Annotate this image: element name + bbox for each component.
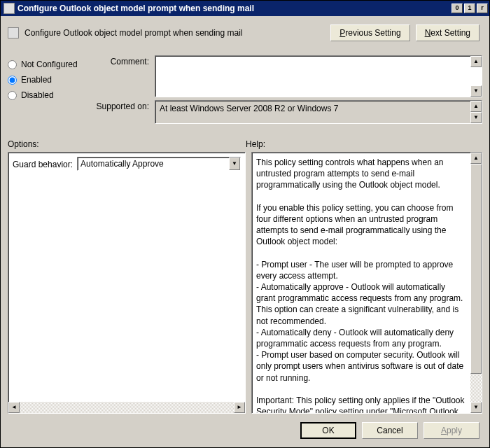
radio-disabled-label: Disabled: [21, 90, 54, 100]
radio-not-configured-label: Not Configured: [21, 59, 78, 69]
radio-enabled-input[interactable]: [8, 76, 17, 85]
help-heading: Help:: [246, 139, 265, 149]
scroll-down-icon[interactable]: ▼: [470, 112, 482, 123]
radio-disabled-input[interactable]: [8, 91, 17, 100]
guard-behavior-label: Guard behavior:: [13, 157, 73, 170]
radio-disabled[interactable]: Disabled: [8, 90, 88, 100]
scroll-thumb[interactable]: [470, 164, 482, 374]
radio-enabled[interactable]: Enabled: [8, 75, 88, 85]
scroll-down-icon[interactable]: ▼: [470, 402, 482, 413]
cancel-button[interactable]: Cancel: [362, 422, 418, 439]
apply-button[interactable]: Apply: [424, 422, 479, 439]
guard-behavior-dropdown[interactable]: Automatically Approve ▼: [77, 157, 241, 171]
scroll-up-icon[interactable]: ▲: [470, 56, 482, 67]
radio-not-configured-input[interactable]: [8, 60, 17, 69]
window-title: Configure Outlook object model prompt wh…: [18, 4, 450, 13]
options-hscrollbar[interactable]: ◄ ►: [8, 402, 245, 413]
help-text: This policy setting controls what happen…: [252, 153, 482, 413]
supported-value: At least Windows Server 2008 R2 or Windo…: [160, 104, 338, 113]
radio-enabled-label: Enabled: [21, 75, 52, 85]
help-vscrollbar[interactable]: ▲ ▼: [470, 153, 482, 413]
minimize-button[interactable]: 0: [451, 4, 463, 13]
ok-button[interactable]: OK: [300, 422, 356, 439]
state-radios: Not Configured Enabled Disabled: [8, 52, 88, 106]
radio-not-configured[interactable]: Not Configured: [8, 59, 88, 69]
scroll-up-icon[interactable]: ▲: [470, 153, 482, 164]
guard-behavior-value: Automatically Approve: [80, 158, 229, 169]
app-icon: [4, 3, 15, 14]
policy-icon: [8, 27, 19, 38]
supported-field: At least Windows Server 2008 R2 or Windo…: [155, 100, 482, 124]
titlebar[interactable]: Configure Outlook object model prompt wh…: [1, 1, 489, 16]
close-button[interactable]: r: [477, 4, 488, 13]
comment-field[interactable]: ▲ ▼: [155, 55, 482, 97]
options-pane: Guard behavior: Automatically Approve ▼ …: [8, 152, 246, 414]
scroll-right-icon[interactable]: ►: [234, 402, 245, 413]
chevron-down-icon[interactable]: ▼: [229, 158, 240, 170]
scroll-left-icon[interactable]: ◄: [8, 402, 20, 413]
options-heading: Options:: [8, 139, 246, 149]
next-setting-button[interactable]: Next Setting: [416, 24, 479, 41]
supported-label: Supported on:: [88, 100, 155, 111]
footer: OK Cancel Apply: [8, 414, 482, 442]
policy-title: Configure Outlook object model prompt wh…: [24, 28, 330, 38]
comment-label: Comment:: [88, 55, 155, 66]
scroll-down-icon[interactable]: ▼: [470, 85, 482, 97]
help-pane: This policy setting controls what happen…: [251, 152, 482, 414]
previous-setting-button[interactable]: Previous Setting: [330, 24, 410, 41]
header: Configure Outlook object model prompt wh…: [8, 22, 482, 50]
maximize-button[interactable]: 1: [464, 4, 475, 13]
scroll-up-icon[interactable]: ▲: [470, 101, 482, 112]
